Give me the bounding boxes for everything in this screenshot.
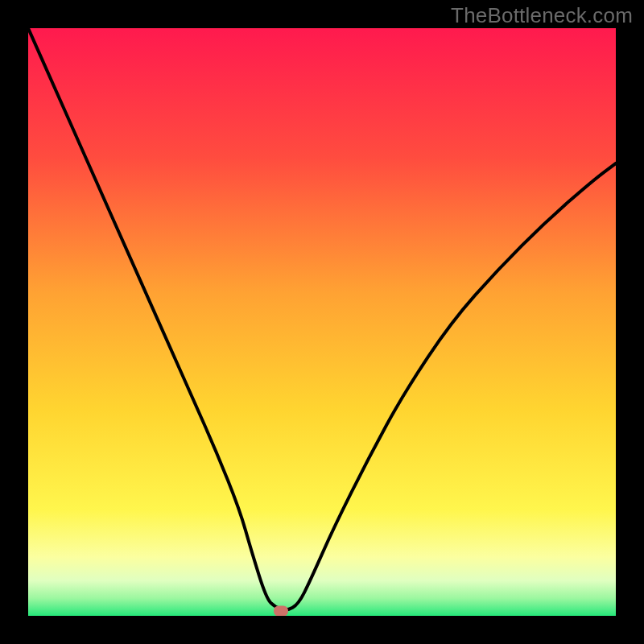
plot-area (28, 28, 616, 616)
watermark-text: TheBottleneck.com (451, 3, 633, 28)
min-point-marker (274, 606, 288, 616)
bottleneck-curve (28, 28, 616, 616)
chart-frame: TheBottleneck.com (0, 0, 644, 644)
